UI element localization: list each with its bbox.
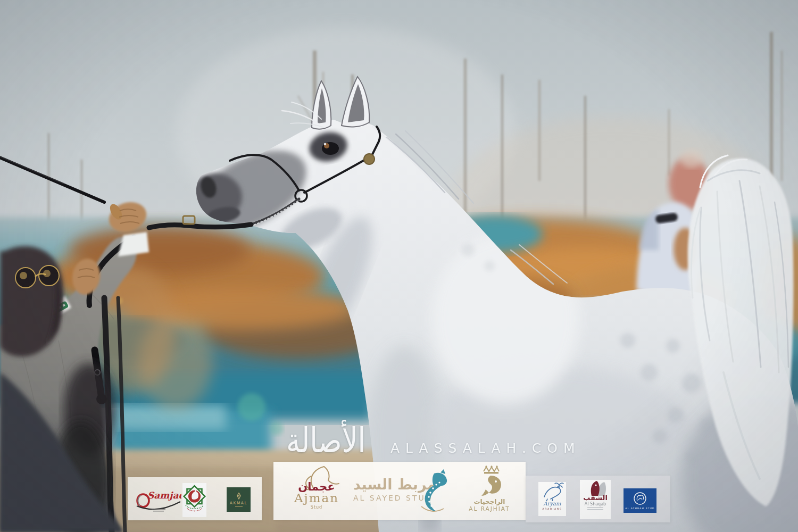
ajman-sub-wordmark: Stud [311,505,322,510]
akmal-wordmark: AKMAL [230,501,247,505]
alshaqab-arabic-wordmark: الشقب [583,495,608,501]
alshaqab-wordmark: Al Shaqab [585,502,606,506]
sponsor-logo-alrajhiat: الراجحيات AL RAJHIAT [459,465,520,518]
photo-canvas: الأصالة ALASSALAH.COM Samjad AKMAL [0,0,798,532]
photo-scene [0,0,798,532]
sponsor-logo-aryam-arabians: Aryam ARABIANS [538,482,566,516]
alrajhiat-wordmark: AL RAJHIAT [469,505,510,512]
ajman-wordmark: Ajman [294,492,339,504]
sponsor-logo-ajman-stud: عجمان Ajman Stud [284,464,349,518]
athbah-wordmark: AL ATHBAH STUD [625,507,654,510]
alsayed-teal-horse-icon [413,469,449,514]
ajman-arabic-wordmark: عجمان [298,484,335,490]
akmal-ornament-icon [236,493,242,500]
sponsor-logo-samjad: Samjad [136,486,181,513]
sponsor-logo-athbah-stud: AL ATHBAH STUD [624,488,656,513]
sponsor-logo-akmal: AKMAL [227,487,251,512]
sponsor-band-center: عجمان Ajman Stud مربط السيد AL SAYED STU… [273,462,526,520]
alrajhiat-arabic-wordmark: الراجحيات [474,498,505,505]
aryam-sub-wordmark: ARABIANS [542,508,562,510]
aryam-horse-palm-icon [540,482,564,501]
sponsor-band-left: Samjad AKMAL [128,477,262,520]
halter-concho-icon [364,154,375,164]
athbah-monogram-icon [632,492,648,506]
aryam-wordmark: Aryam [543,501,561,506]
sponsor-band-right: Aryam ARABIANS الشقب Al Shaqab AL ATHBAH… [526,476,670,522]
samjad-wordmark: Samjad [147,490,181,501]
sponsor-logo-alshaqab: الشقب Al Shaqab [580,480,611,519]
alrajhiat-crowned-horse-icon [474,465,505,498]
sponsor-logo-horse-society-emblem [182,483,206,517]
